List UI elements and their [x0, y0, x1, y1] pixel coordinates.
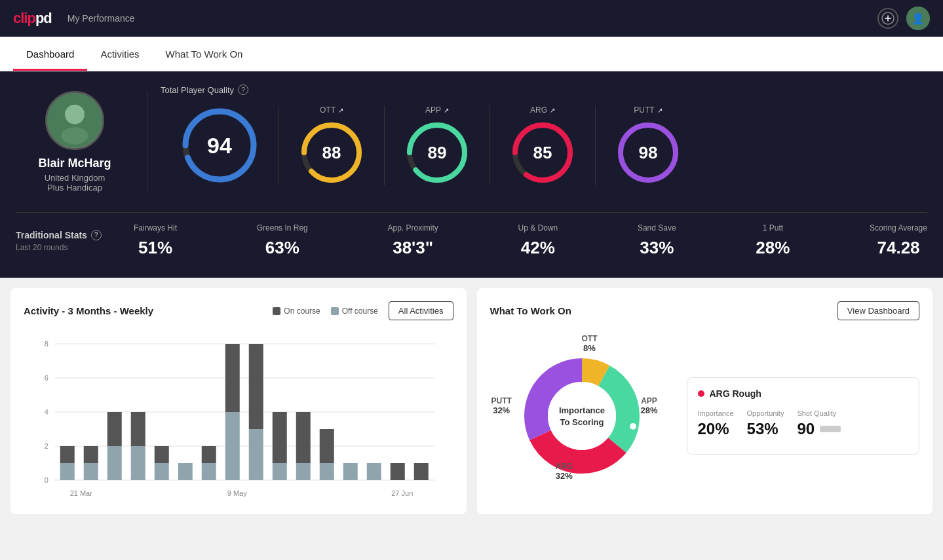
- stat-updown: Up & Down 42%: [518, 223, 558, 258]
- tab-dashboard[interactable]: Dashboard: [13, 37, 87, 71]
- work-on-header: What To Work On View Dashboard: [490, 301, 920, 320]
- svg-text:4: 4: [45, 408, 48, 416]
- svg-rect-49: [343, 463, 358, 480]
- stat-proximity: App. Proximity 38'3": [387, 223, 438, 258]
- tpq-value: 94: [207, 133, 232, 159]
- trad-info-icon[interactable]: ?: [91, 230, 102, 240]
- svg-rect-44: [273, 412, 287, 463]
- scores-section: Total Player Quality ? 94: [147, 84, 927, 185]
- detail-stats-row: Importance 20% Opportunity 53% Shot Qual…: [698, 409, 909, 438]
- svg-point-60: [548, 382, 616, 450]
- svg-rect-41: [249, 429, 263, 480]
- activity-chart-svg: 8 6 4 2 0: [24, 331, 453, 501]
- svg-rect-37: [202, 463, 216, 480]
- svg-rect-28: [84, 463, 98, 480]
- all-activities-button[interactable]: All Activities: [389, 301, 453, 320]
- score-tpq: 94: [161, 106, 279, 185]
- putt-arrow-icon: ↗: [657, 107, 663, 114]
- red-dot-icon: [698, 390, 704, 397]
- stat-oneputt: 1 Putt 28%: [756, 223, 790, 258]
- donut-svg: Importance To Scoring: [510, 344, 654, 488]
- work-detail-title: ARG Rough: [698, 388, 909, 399]
- work-on-content: Importance To Scoring OTT 8% APP 28% ARG…: [490, 331, 920, 501]
- trad-sub: Last 20 rounds: [16, 243, 134, 252]
- svg-rect-47: [320, 463, 334, 480]
- svg-text:21 Mar: 21 Mar: [70, 489, 93, 497]
- putt-circle: 98: [615, 120, 681, 185]
- svg-text:Importance: Importance: [558, 405, 604, 415]
- legend-on-course: On course: [273, 307, 320, 316]
- app-label: APP ↗: [425, 105, 449, 115]
- legend-on-course-dot: [273, 307, 280, 315]
- player-country: United Kingdom: [45, 173, 106, 183]
- ott-arrow-icon: ↗: [338, 107, 343, 114]
- app-value: 89: [428, 143, 447, 163]
- app-circle: 89: [404, 120, 470, 185]
- user-avatar[interactable]: 👤: [906, 7, 930, 30]
- svg-rect-46: [296, 412, 311, 463]
- total-quality-label: Total Player Quality ?: [161, 84, 914, 95]
- stat-updown-value: 42%: [521, 238, 555, 258]
- player-handicap: Plus Handicap: [47, 183, 102, 193]
- detail-shot-quality: Shot Quality 90: [797, 409, 841, 438]
- legend-off-course-dot: [331, 307, 339, 315]
- svg-rect-33: [131, 412, 145, 446]
- work-on-card: What To Work On View Dashboard: [477, 288, 933, 514]
- hero-top: Blair McHarg United Kingdom Plus Handica…: [16, 84, 927, 199]
- stat-sandsave: Sand Save 33%: [638, 223, 676, 258]
- stat-sandsave-value: 33%: [640, 238, 674, 258]
- svg-rect-36: [178, 463, 193, 480]
- stat-greens-value: 63%: [265, 238, 299, 258]
- score-app: APP ↗ 89: [385, 105, 490, 185]
- activity-card-title: Activity - 3 Months - Weekly: [24, 305, 153, 316]
- content-area: Activity - 3 Months - Weekly On course O…: [0, 278, 943, 525]
- activity-card: Activity - 3 Months - Weekly On course O…: [10, 288, 467, 514]
- view-dashboard-button[interactable]: View Dashboard: [837, 301, 919, 320]
- stat-greens-label: Greens In Reg: [257, 223, 308, 233]
- shot-quality-bar: 90: [797, 420, 841, 438]
- app-arrow-icon: ↗: [444, 107, 449, 114]
- stat-proximity-value: 38'3": [393, 238, 433, 258]
- svg-rect-48: [320, 429, 334, 463]
- player-info: Blair McHarg United Kingdom Plus Handica…: [16, 84, 147, 199]
- svg-text:2: 2: [45, 442, 48, 450]
- svg-rect-52: [414, 463, 429, 480]
- score-ott: OTT ↗ 88: [279, 105, 385, 185]
- detail-importance-label: Importance: [698, 409, 734, 417]
- svg-text:6: 6: [45, 374, 48, 382]
- svg-text:👤: 👤: [912, 12, 925, 25]
- svg-rect-30: [107, 446, 122, 480]
- add-button[interactable]: [877, 8, 898, 29]
- stat-scoring-value: 74.28: [877, 238, 919, 258]
- svg-point-4: [65, 105, 85, 124]
- tab-activities[interactable]: Activities: [87, 37, 152, 71]
- hero-section: Blair McHarg United Kingdom Plus Handica…: [0, 71, 943, 278]
- trad-stats-row: Fairways Hit 51% Greens In Reg 63% App. …: [134, 223, 927, 258]
- arg-arrow-icon: ↗: [550, 107, 555, 114]
- info-icon[interactable]: ?: [238, 84, 248, 95]
- page-title: My Performance: [67, 13, 135, 24]
- tpq-circle: 94: [180, 106, 259, 185]
- activity-legend: On course Off course: [273, 307, 378, 316]
- detail-opportunity-label: Opportunity: [747, 409, 784, 417]
- svg-rect-42: [249, 344, 263, 429]
- activity-chart-area: 8 6 4 2 0: [24, 331, 453, 501]
- trad-label-section: Traditional Stats ? Last 20 rounds: [16, 230, 134, 252]
- svg-rect-32: [131, 446, 145, 480]
- stat-oneputt-label: 1 Putt: [763, 223, 783, 233]
- svg-rect-39: [225, 412, 240, 480]
- svg-rect-26: [60, 463, 75, 480]
- trad-label: Traditional Stats ?: [16, 230, 134, 240]
- svg-point-63: [629, 422, 637, 430]
- tabs-nav: Dashboard Activities What To Work On: [0, 37, 943, 71]
- detail-opportunity-value: 53%: [747, 420, 784, 438]
- svg-rect-50: [367, 463, 381, 480]
- header-actions: 👤: [877, 7, 930, 30]
- tab-what-to-work-on[interactable]: What To Work On: [153, 37, 256, 71]
- stat-fairways-value: 51%: [138, 238, 172, 258]
- stat-fairways: Fairways Hit 51%: [134, 223, 177, 258]
- traditional-stats: Traditional Stats ? Last 20 rounds Fairw…: [16, 212, 927, 258]
- logo-area: clippd My Performance: [13, 10, 135, 27]
- stat-greens: Greens In Reg 63%: [257, 223, 308, 258]
- donut-label-putt: PUTT 32%: [491, 396, 512, 415]
